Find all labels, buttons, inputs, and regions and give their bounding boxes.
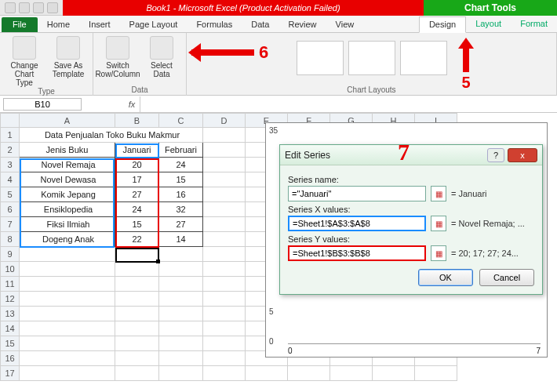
chart-ytick: 5 [269,307,274,316]
tab-view[interactable]: View [326,17,364,32]
tab-review[interactable]: Review [278,17,326,32]
col-header[interactable]: A [20,114,115,128]
tab-home[interactable]: Home [38,17,79,32]
cell[interactable]: Novel Dewasa [20,172,115,187]
name-box[interactable] [3,98,82,111]
switch-row-column-icon [106,36,129,60]
chart-layout-thumb[interactable] [297,41,344,75]
series-x-input[interactable] [288,216,426,231]
range-picker-icon[interactable]: ▦ [431,186,446,201]
row-header[interactable]: 10 [1,262,20,277]
cell[interactable]: Januari [115,143,159,158]
cell[interactable]: Fiksi Ilmiah [20,217,115,232]
group-title-type: Type [38,87,55,97]
range-picker-icon[interactable]: ▦ [431,216,446,231]
row-header[interactable]: 13 [1,307,20,321]
switch-row-column-button[interactable]: Switch Row/Column [100,36,136,78]
select-data-button[interactable]: Select Data [144,36,180,78]
save-icon[interactable] [19,2,30,13]
fx-icon[interactable]: fx [124,100,140,109]
dialog-title: Edit Series [285,150,330,161]
change-chart-type-icon [13,36,36,60]
formula-bar: fx [0,96,557,113]
row-header[interactable]: 9 [1,247,20,262]
series-name-input[interactable] [288,186,426,201]
ok-button[interactable]: OK [418,269,473,286]
change-chart-type-button[interactable]: Change Chart Type [6,36,42,87]
cell[interactable]: 22 [115,232,159,247]
series-name-label: Series name: [288,175,534,184]
tab-design[interactable]: Design [419,16,466,33]
select-all-corner[interactable] [1,114,20,128]
chart-layout-thumb[interactable] [400,41,447,75]
row-header[interactable]: 5 [1,187,20,202]
cell[interactable]: 14 [159,232,203,247]
row-header[interactable]: 4 [1,172,20,187]
cell[interactable]: 32 [159,202,203,217]
tab-format[interactable]: Format [511,16,557,32]
cell[interactable]: Ensiklopedia [20,202,115,217]
save-template-label: Save As Template [50,61,86,78]
row-header[interactable]: 6 [1,202,20,217]
cell[interactable]: 15 [115,217,159,232]
series-x-result: = Novel Remaja; ... [451,219,525,228]
group-title-data: Data [131,85,147,96]
col-header[interactable]: B [115,114,159,128]
save-template-icon [56,36,80,60]
range-picker-icon[interactable]: ▦ [431,245,446,261]
chart-layout-thumb[interactable] [348,41,395,75]
cell[interactable]: Jenis Buku [20,143,115,158]
cell[interactable]: Data Penjualan Toko Buku Makmur [20,128,203,143]
cell[interactable]: 16 [159,187,203,202]
redo-icon[interactable] [47,2,58,13]
ribbon-group-chart-layouts: Chart Layouts [187,33,557,96]
tab-pagelayout[interactable]: Page Layout [120,17,187,32]
select-data-icon [150,36,173,60]
cell[interactable]: 27 [115,187,159,202]
row-header[interactable]: 17 [1,366,20,381]
tab-layout[interactable]: Layout [466,16,511,32]
cell[interactable]: Novel Remaja [20,158,115,172]
cell[interactable]: 20 [115,158,159,172]
dialog-close-button[interactable]: x [508,148,537,162]
row-header[interactable]: 8 [1,232,20,247]
cell[interactable]: 27 [159,217,203,232]
row-header[interactable]: 11 [1,277,20,292]
chart-ytick: 0 [269,337,274,346]
worksheet-grid[interactable]: A B C D E F G H I 1Data Penjualan Toko B… [0,113,557,392]
cancel-button[interactable]: Cancel [479,269,534,286]
cell[interactable]: 24 [115,202,159,217]
row-header[interactable]: 2 [1,143,20,158]
undo-icon[interactable] [33,2,44,13]
row-header[interactable]: 14 [1,321,20,336]
series-x-label: Series X values: [288,205,534,214]
cell[interactable]: 24 [159,158,203,172]
row-header[interactable]: 1 [1,128,20,143]
cell[interactable]: 15 [159,172,203,187]
cell[interactable]: Komik Jepang [20,187,115,202]
row-header[interactable]: 16 [1,351,20,366]
dialog-help-button[interactable]: ? [487,148,504,162]
tab-data[interactable]: Data [242,17,278,32]
cell[interactable]: 17 [115,172,159,187]
col-header[interactable]: D [203,114,246,128]
formula-input[interactable] [140,96,557,112]
col-header[interactable]: C [159,114,203,128]
row-header[interactable]: 15 [1,336,20,351]
tab-formulas[interactable]: Formulas [187,17,242,32]
row-header[interactable]: 3 [1,158,20,172]
dialog-titlebar[interactable]: Edit Series 7 ? x [280,145,542,165]
series-name-result: = Januari [451,189,487,198]
tab-insert[interactable]: Insert [79,17,120,32]
tab-file[interactable]: File [2,17,38,32]
row-header[interactable]: 7 [1,217,20,232]
cell[interactable]: Februari [159,143,203,158]
chart-tools-title: Chart Tools [424,0,557,16]
save-as-template-button[interactable]: Save As Template [50,36,86,87]
cell[interactable]: Dogeng Anak [20,232,115,247]
series-y-input[interactable] [288,245,426,261]
series-y-label: Series Y values: [288,234,534,244]
series-y-result: = 20; 17; 27; 24... [451,249,519,258]
ribbon-group-data: Switch Row/Column Select Data Data [93,33,187,96]
row-header[interactable]: 12 [1,292,20,307]
